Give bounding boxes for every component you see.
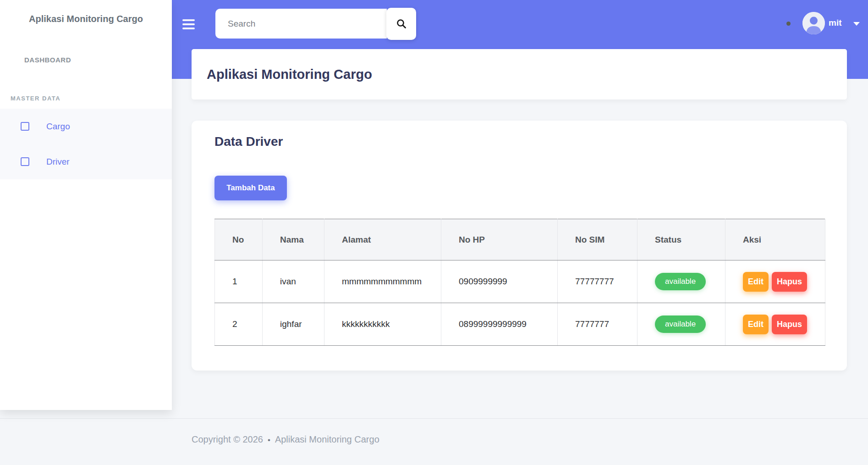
footer-text: Copyright © 2026•Aplikasi Monitoring Car… [192, 434, 379, 445]
column-header-no-sim: No SIM [558, 219, 637, 260]
status-badge: available [655, 273, 706, 290]
add-data-button[interactable]: Tambah Data [214, 176, 287, 200]
avatar[interactable] [802, 12, 825, 34]
cell-no-sim: 77777777 [558, 260, 637, 303]
sidebar-item-cargo[interactable]: Cargo [0, 109, 172, 144]
cell-aksi: Edit Hapus [725, 303, 825, 346]
cell-status: available [637, 260, 725, 303]
edit-button[interactable]: Edit [743, 272, 769, 292]
cell-alamat: mmmmmmmmmmm [324, 260, 441, 303]
cell-nama: ighfar [263, 303, 324, 346]
table-row: 2 ighfar kkkkkkkkkkk 08999999999999 7777… [215, 303, 825, 346]
column-header-nama: Nama [263, 219, 324, 260]
data-driver-card: Data Driver Tambah Data No Nama Alamat N… [192, 121, 847, 371]
sidebar-item-label: Driver [46, 157, 70, 167]
user-avatar-icon [802, 12, 825, 34]
driver-table: No Nama Alamat No HP No SIM Status Aksi … [214, 219, 825, 346]
delete-button[interactable]: Hapus [772, 315, 807, 334]
sidebar: Aplikasi Monitoring Cargo DASHBOARD MAST… [0, 0, 172, 410]
cell-no-hp: 08999999999999 [441, 303, 558, 346]
square-outline-icon [21, 157, 29, 166]
cell-alamat: kkkkkkkkkkk [324, 303, 441, 346]
sidebar-section-master-data: MASTER DATA [11, 95, 60, 102]
page-footer: Copyright © 2026•Aplikasi Monitoring Car… [0, 418, 868, 465]
search-input[interactable] [215, 9, 387, 39]
app-canvas: mit Aplikasi Monitoring Cargo DASHBOARD … [0, 0, 868, 465]
table-row: 1 ivan mmmmmmmmmmm 0909999999 77777777 a… [215, 260, 825, 303]
card-title: Data Driver [214, 134, 283, 149]
status-badge: available [655, 316, 706, 333]
page-header-card: Aplikasi Monitoring Cargo [192, 49, 847, 100]
sidebar-item-label: Cargo [46, 122, 70, 132]
footer-copyright: Copyright © 2026 [192, 434, 263, 444]
search-button[interactable] [386, 8, 416, 40]
user-menu-label[interactable]: mit [829, 18, 842, 28]
cell-no-hp: 0909999999 [441, 260, 558, 303]
hamburger-menu-icon[interactable] [182, 19, 195, 29]
column-header-no: No [215, 219, 263, 260]
page-title: Aplikasi Monitoring Cargo [207, 67, 372, 82]
cell-no-sim: 7777777 [558, 303, 637, 346]
column-header-aksi: Aksi [725, 219, 825, 260]
cell-status: available [637, 303, 725, 346]
cell-no: 1 [215, 260, 263, 303]
sidebar-submenu: Cargo Driver [0, 109, 172, 179]
square-outline-icon [21, 122, 29, 131]
chevron-down-icon[interactable] [853, 22, 860, 26]
sidebar-item-dashboard[interactable]: DASHBOARD [24, 56, 71, 64]
cell-no: 2 [215, 303, 263, 346]
column-header-no-hp: No HP [441, 219, 558, 260]
cell-nama: ivan [263, 260, 324, 303]
footer-separator: • [268, 436, 270, 444]
table-header-row: No Nama Alamat No HP No SIM Status Aksi [215, 219, 825, 260]
sidebar-brand[interactable]: Aplikasi Monitoring Cargo [0, 14, 172, 24]
footer-brand: Aplikasi Monitoring Cargo [275, 434, 379, 444]
cell-aksi: Edit Hapus [725, 260, 825, 303]
search-icon [396, 18, 407, 29]
delete-button[interactable]: Hapus [772, 272, 807, 292]
edit-button[interactable]: Edit [743, 315, 769, 334]
sidebar-item-driver[interactable]: Driver [0, 144, 172, 179]
column-header-status: Status [637, 219, 725, 260]
notification-dot-icon [786, 22, 791, 26]
column-header-alamat: Alamat [324, 219, 441, 260]
